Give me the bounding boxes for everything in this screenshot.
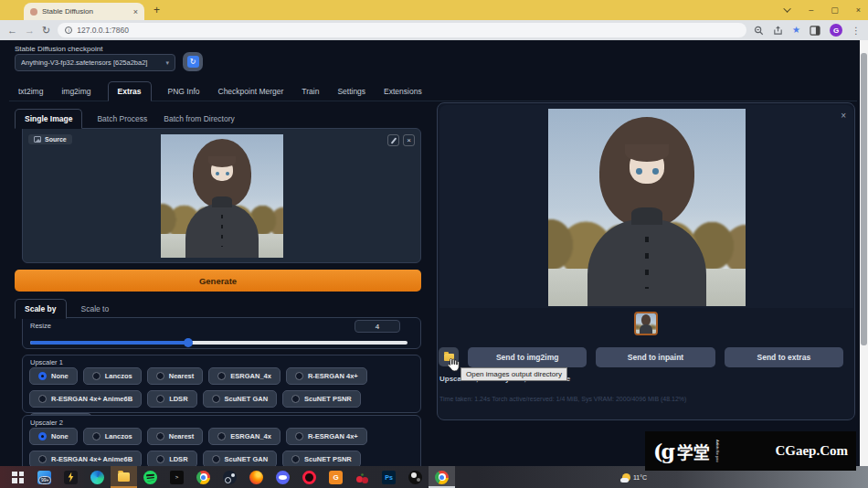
chip-label: LDSR (169, 395, 187, 403)
upscaler1-option-esrgan4x[interactable]: ESRGAN_4x (208, 367, 281, 385)
tab-search-chevron-icon[interactable] (784, 5, 791, 12)
tab-extras[interactable]: Extras (108, 81, 152, 101)
side-panel-icon[interactable] (810, 26, 820, 36)
zoom-icon[interactable] (754, 26, 764, 36)
taskbar-item-terminal[interactable]: > (164, 466, 190, 488)
refresh-checkpoints-button[interactable]: ↻ (183, 52, 203, 71)
close-result-icon[interactable]: × (841, 111, 846, 121)
tab-checkpoint-merger[interactable]: Checkpoint Merger (217, 82, 286, 101)
share-icon[interactable] (773, 26, 783, 36)
resize-slider[interactable] (30, 338, 408, 347)
taskbar-item-chrome[interactable] (190, 466, 217, 488)
tab-batch-process[interactable]: Batch Process (95, 110, 149, 128)
windows-logo-icon (12, 472, 24, 483)
maximize-button[interactable]: ▢ (831, 6, 839, 15)
upscaler1-option-resrgan4x[interactable]: R-ESRGAN 4x+ (286, 367, 367, 385)
taskbar-item-spotify[interactable] (137, 466, 164, 488)
tab-txt2img[interactable]: txt2img (16, 82, 45, 101)
upscaler1-option-nearest[interactable]: Nearest (147, 367, 204, 385)
taskbar-item-opera[interactable] (296, 466, 323, 488)
close-window-button[interactable]: × (856, 6, 861, 15)
taskbar-item-messages[interactable]: 99+ (31, 466, 58, 488)
taskbar-item-firefox[interactable] (243, 466, 270, 488)
upscaler2-option-none[interactable]: None (29, 428, 78, 445)
tab-scale-to[interactable]: Scale to (79, 300, 111, 318)
page-scrollbar-thumb[interactable] (861, 53, 867, 345)
weather-icon (622, 473, 630, 482)
main-tabs: txt2img img2img Extras PNG Info Checkpoi… (9, 80, 857, 101)
profile-avatar[interactable]: G (830, 24, 842, 37)
tab-extensions[interactable]: Extensions (382, 82, 424, 101)
result-anime-image[interactable] (548, 109, 746, 306)
taskbar-item-obs[interactable] (402, 466, 429, 488)
upscaler2-option-resrgan4x[interactable]: R-ESRGAN 4x+ (286, 428, 367, 445)
g-launcher-icon: G (329, 471, 343, 484)
gallery-thumbnails (438, 308, 854, 339)
slider-handle[interactable] (184, 338, 193, 347)
clear-image-button[interactable]: × (403, 134, 415, 146)
scale-by-panel: Resize 4 (22, 317, 421, 349)
checkpoint-value: Anything-V3-fp32.safetensors [625a2ba2] (21, 58, 162, 67)
screen: Stable Diffusion × + – ▢ × ← → ↻ i 127.0… (0, 0, 868, 488)
chip-label: R-ESRGAN 4x+ (308, 432, 358, 440)
minimize-button[interactable]: – (809, 6, 813, 15)
upscaler2-option-esrgan4x[interactable]: ESRGAN_4x (208, 428, 281, 445)
extras-sub-tabs: Single Image Batch Process Batch from Di… (15, 107, 421, 128)
new-tab-button[interactable]: + (153, 4, 160, 16)
tab-single-image[interactable]: Single Image (15, 109, 82, 129)
resize-value-input[interactable]: 4 (355, 320, 400, 333)
back-icon[interactable]: ← (7, 26, 17, 36)
tab-png-info[interactable]: PNG Info (166, 82, 202, 101)
upscaler2-option-nearest[interactable]: Nearest (147, 428, 204, 445)
upscaler1-option-resrgan-anime6b[interactable]: R-ESRGAN 4x+ Anime6B (29, 390, 142, 408)
bookmark-star-icon[interactable]: ★ (792, 26, 800, 35)
taskbar-item-g-launcher[interactable]: G (323, 466, 349, 488)
browser-tab[interactable]: Stable Diffusion × (24, 3, 144, 20)
generate-button[interactable]: Generate (15, 270, 421, 292)
notification-badge: 99+ (38, 476, 51, 484)
reload-icon[interactable]: ↻ (42, 26, 50, 36)
send-to-inpaint-button[interactable]: Send to inpaint (596, 347, 715, 367)
tab-batch-from-directory[interactable]: Batch from Directory (162, 110, 236, 128)
menu-kebab-icon[interactable]: ⋮ (852, 26, 861, 36)
checkpoint-dropdown[interactable]: Anything-V3-fp32.safetensors [625a2ba2] … (15, 54, 175, 71)
forward-icon[interactable]: → (25, 26, 35, 36)
upscaler1-option-scunet-gan[interactable]: ScuNET GAN (203, 390, 278, 408)
taskbar-item-discord[interactable] (270, 466, 296, 488)
tab-close-icon[interactable]: × (133, 7, 138, 16)
favicon (30, 8, 37, 16)
upscaler2-option-lanczos[interactable]: Lanczos (83, 428, 142, 445)
upscaler1-option-none[interactable]: None (29, 367, 78, 385)
tab-train[interactable]: Train (300, 82, 321, 101)
taskbar-item-voicemod[interactable] (58, 466, 84, 488)
upscaler1-option-scunet-psnr[interactable]: ScuNET PSNR (282, 390, 361, 408)
start-button[interactable] (5, 466, 31, 488)
chip-label: None (51, 432, 69, 440)
taskbar-item-cherry[interactable] (349, 466, 376, 488)
edit-image-button[interactable] (387, 134, 399, 146)
send-to-img2img-button[interactable]: Send to img2img (468, 347, 587, 367)
watermark-logo: (g (653, 440, 673, 463)
watermark-tagline: Artists for you (715, 440, 719, 461)
radio-icon (295, 372, 303, 380)
upscaler1-option-lanczos[interactable]: Lanczos (83, 367, 142, 385)
gallery-thumbnail-selected[interactable] (634, 312, 658, 335)
tab-img2img[interactable]: img2img (59, 82, 92, 101)
address-bar[interactable]: i 127.0.0.1:7860 (58, 23, 746, 37)
system-tray-weather[interactable]: 11°C (622, 466, 647, 488)
site-info-icon[interactable]: i (65, 27, 72, 34)
tab-scale-by[interactable]: Scale by (15, 299, 67, 319)
upscaler1-option-ldsr[interactable]: LDSR (147, 390, 196, 408)
watermark-site: CGaep.Com (723, 443, 848, 459)
taskbar-item-edge[interactable] (84, 466, 111, 488)
send-to-extras-button[interactable]: Send to extras (725, 347, 843, 367)
image-icon (34, 136, 41, 143)
taskbar-item-file-explorer[interactable] (111, 466, 137, 488)
taskbar-item-steam[interactable] (217, 466, 243, 488)
taskbar-item-photoshop[interactable]: Ps (376, 466, 402, 488)
source-image-dropzone[interactable]: Source × (22, 128, 421, 263)
chip-label: Nearest (169, 372, 195, 380)
browser-toolbar: ← → ↻ i 127.0.0.1:7860 ★ G ⋮ (0, 20, 868, 40)
taskbar-item-chrome-active[interactable] (429, 466, 455, 488)
tab-settings[interactable]: Settings (335, 82, 367, 101)
